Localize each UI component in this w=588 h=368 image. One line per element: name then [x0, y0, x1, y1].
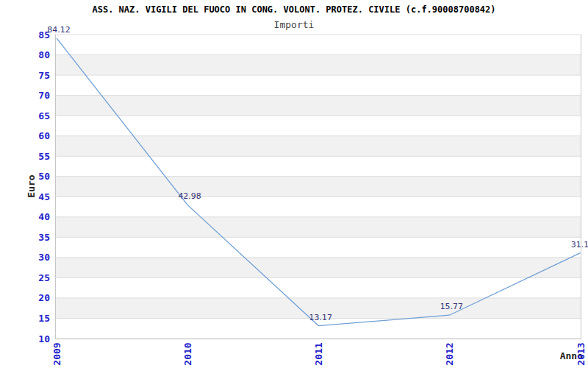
y-tick-label: 30 [26, 252, 50, 263]
y-tick-label: 15 [26, 313, 50, 324]
x-tick-label: 2013 [575, 342, 586, 365]
y-tick-label: 55 [26, 151, 50, 162]
band [55, 136, 581, 157]
band [55, 55, 581, 76]
x-tick-label: 2011 [313, 342, 324, 365]
y-tick-label: 45 [26, 191, 50, 202]
y-tick-label: 60 [26, 130, 50, 141]
y-tick-label: 80 [26, 49, 50, 60]
y-tick-label: 65 [26, 110, 50, 121]
point-value-label: 31.13 [566, 240, 588, 250]
y-tick-label: 10 [26, 333, 50, 344]
band [55, 177, 581, 197]
x-tick-label: 2009 [51, 342, 62, 365]
y-tick-label: 20 [26, 292, 50, 303]
band [55, 96, 581, 116]
plot-area [0, 0, 588, 368]
x-tick-label: 2010 [182, 342, 193, 365]
y-tick-label: 50 [26, 171, 50, 182]
y-tick-label: 35 [26, 232, 50, 243]
point-value-label: 13.17 [304, 313, 337, 322]
y-tick-label: 25 [26, 272, 50, 283]
point-value-label: 15.77 [434, 302, 468, 311]
y-tick-label: 70 [26, 90, 50, 101]
band [55, 258, 581, 278]
y-tick-label: 40 [26, 211, 50, 222]
x-tick-label: 2012 [444, 342, 455, 365]
point-value-label: 42.98 [173, 191, 207, 201]
band [55, 217, 581, 238]
line-chart: ASS. NAZ. VIGILI DEL FUOCO IN CONG. VOLO… [0, 0, 588, 368]
point-value-label: 84.12 [42, 25, 76, 35]
y-tick-label: 75 [26, 70, 50, 81]
